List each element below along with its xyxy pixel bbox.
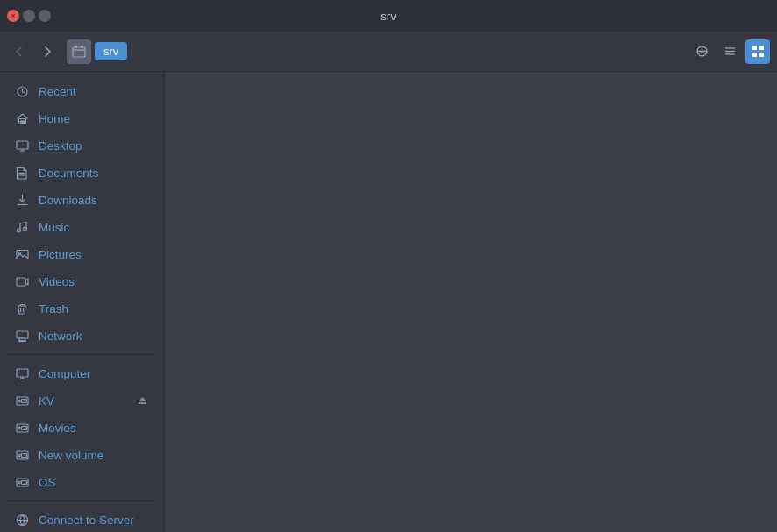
desktop-label: Desktop: [39, 139, 82, 153]
music-icon: [14, 219, 30, 235]
svg-point-23: [18, 229, 21, 232]
documents-icon: [14, 165, 30, 181]
network-label: Network: [39, 330, 82, 343]
svg-rect-38: [21, 399, 26, 402]
computer-icon: [14, 365, 30, 381]
downloads-label: Downloads: [39, 194, 97, 207]
svg-rect-2: [81, 46, 83, 48]
sidebar-item-movies[interactable]: Movies: [4, 415, 160, 441]
home-label: Home: [39, 112, 70, 125]
sidebar-item-home[interactable]: Home: [4, 105, 160, 131]
svg-rect-27: [17, 278, 25, 286]
computer-label: Computer: [39, 367, 90, 380]
trash-label: Trash: [39, 302, 68, 316]
back-button[interactable]: [7, 39, 32, 64]
sidebar-item-music[interactable]: Music: [4, 214, 160, 240]
kv-icon: [14, 393, 30, 408]
sidebar-item-desktop[interactable]: Desktop: [4, 132, 160, 159]
svg-rect-11: [759, 46, 764, 50]
location-bar: srv: [67, 39, 127, 64]
videos-icon: [14, 273, 30, 289]
sidebar-item-recent[interactable]: Recent: [4, 78, 160, 104]
svg-rect-25: [17, 250, 28, 259]
pictures-icon: [14, 246, 30, 262]
window-title: srv: [381, 10, 396, 23]
svg-point-45: [18, 454, 19, 456]
maximize-button[interactable]: [39, 10, 51, 22]
sidebar-item-network[interactable]: Network: [4, 323, 160, 349]
desktop-icon: [14, 138, 30, 153]
sidebar-item-kv[interactable]: KV: [4, 387, 160, 414]
content-area: [165, 72, 777, 532]
svg-rect-17: [17, 141, 28, 149]
os-label: OS: [39, 476, 56, 489]
svg-rect-46: [21, 453, 26, 457]
main-area: Recent Home Desktop Documents Downloads: [0, 72, 777, 532]
trash-icon: [14, 301, 30, 316]
network-icon: [14, 328, 30, 344]
svg-point-48: [18, 481, 19, 483]
sidebar-item-os[interactable]: OS: [4, 469, 160, 495]
pin-button[interactable]: [689, 39, 714, 64]
svg-rect-13: [759, 53, 764, 57]
svg-rect-43: [21, 426, 26, 429]
sidebar-separator-1: [7, 354, 157, 355]
svg-rect-0: [73, 47, 85, 57]
forward-button[interactable]: [35, 39, 60, 64]
music-label: Music: [39, 221, 69, 234]
sidebar-item-pictures[interactable]: Pictures: [4, 241, 160, 267]
svg-marker-39: [139, 397, 146, 401]
svg-rect-16: [20, 121, 24, 124]
os-icon: [14, 474, 30, 490]
svg-rect-33: [17, 369, 28, 377]
documents-label: Documents: [39, 167, 98, 180]
videos-label: Videos: [39, 275, 75, 288]
svg-rect-40: [139, 402, 146, 404]
recent-label: Recent: [39, 85, 76, 98]
sidebar-separator-2: [7, 500, 157, 501]
grid-view-button[interactable]: [745, 39, 770, 64]
downloads-icon: [14, 192, 30, 208]
movies-icon: [14, 420, 30, 436]
svg-rect-10: [752, 46, 757, 50]
svg-rect-31: [19, 338, 25, 341]
svg-rect-49: [21, 480, 26, 484]
sidebar-item-computer[interactable]: Computer: [4, 360, 160, 387]
toolbar: srv: [0, 32, 777, 72]
home-icon: [14, 110, 30, 126]
sidebar-item-downloads[interactable]: Downloads: [4, 187, 160, 213]
current-location[interactable]: srv: [95, 42, 127, 60]
recent-icon: [14, 83, 30, 99]
kv-label: KV: [39, 394, 125, 408]
kv-eject-button[interactable]: [134, 393, 150, 408]
sidebar-item-connect-to-server[interactable]: Connect to Server: [4, 507, 160, 532]
svg-rect-30: [17, 331, 28, 338]
sidebar: Recent Home Desktop Documents Downloads: [0, 72, 165, 532]
sidebar-item-trash[interactable]: Trash: [4, 295, 160, 322]
svg-point-37: [18, 400, 19, 401]
list-view-button[interactable]: [717, 39, 742, 64]
svg-point-26: [18, 252, 20, 253]
pictures-label: Pictures: [39, 248, 82, 261]
connect-to-server-icon: [14, 512, 30, 528]
sidebar-item-new-volume[interactable]: New volume: [4, 442, 160, 468]
location-icon: [67, 39, 91, 64]
new-volume-label: New volume: [39, 449, 103, 462]
svg-rect-12: [752, 53, 757, 57]
svg-point-42: [18, 427, 19, 429]
svg-rect-1: [75, 46, 77, 48]
sidebar-item-documents[interactable]: Documents: [4, 160, 160, 186]
movies-label: Movies: [39, 422, 76, 435]
new-volume-icon: [14, 447, 30, 463]
titlebar: × srv: [0, 0, 777, 32]
minimize-button[interactable]: [23, 10, 35, 22]
close-button[interactable]: ×: [7, 10, 19, 22]
sidebar-item-videos[interactable]: Videos: [4, 268, 160, 294]
connect-to-server-label: Connect to Server: [39, 514, 134, 527]
svg-point-6: [701, 50, 703, 53]
